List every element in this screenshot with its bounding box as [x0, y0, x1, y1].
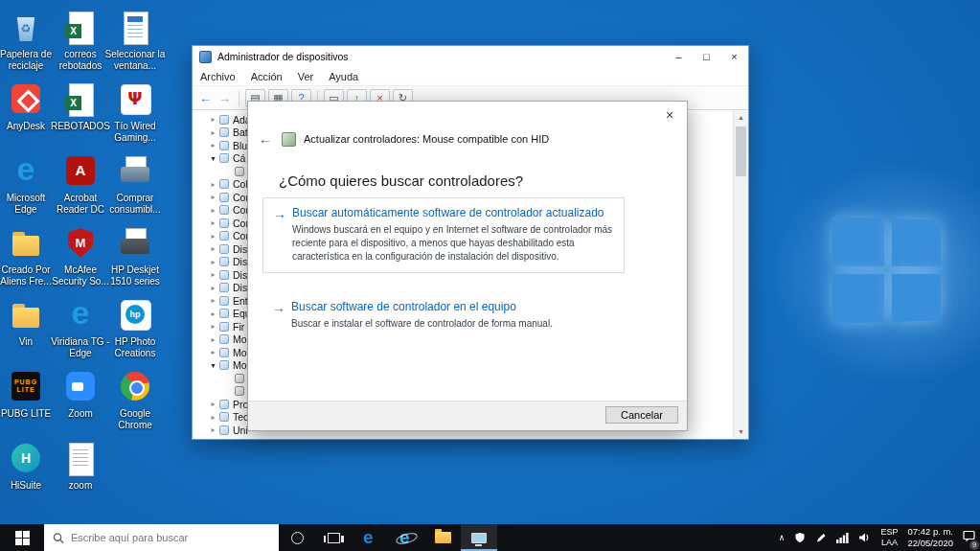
scroll-down-arrow-icon[interactable]: ▼	[734, 425, 748, 439]
update-driver-dialog: × ← Actualizar controladores: Mouse comp…	[247, 101, 688, 431]
desktop-icon-google-chrome[interactable]: Google Chrome	[104, 369, 166, 430]
dialog-heading: ¿Cómo quieres buscar controladores?	[279, 172, 523, 189]
expander-icon[interactable]: ▸	[208, 413, 218, 422]
expander-icon[interactable]: ▸	[208, 115, 218, 124]
date: 22/05/2020	[907, 538, 953, 549]
language-indicator[interactable]: ESP LAA	[876, 524, 902, 551]
windows-start-icon	[15, 531, 30, 545]
expander-icon[interactable]: ▸	[208, 232, 218, 241]
expander-icon[interactable]: ▸	[208, 141, 218, 149]
expander-icon[interactable]: ▸	[208, 193, 218, 201]
expander-icon[interactable]: ▸	[208, 218, 218, 227]
desktop-icon-hp-deskjet-1510-series[interactable]: HP Deskjet 1510 series	[104, 225, 166, 287]
desktop-icon-hisuite[interactable]: HiSuite	[0, 441, 57, 492]
desktop-icon-rebotados[interactable]: REBOTADOS	[50, 81, 111, 132]
desktop-icon-creado-por-aliens-fre[interactable]: Creado Por Aliens Fre...	[0, 225, 57, 287]
expander-icon[interactable]: ▸	[208, 128, 218, 137]
expander-icon[interactable]: ▸	[208, 270, 218, 279]
desktop-icon-papelera-de-reciclaje[interactable]: Papelera de reciclaje	[0, 10, 57, 71]
start-button[interactable]	[0, 524, 44, 551]
forward-button[interactable]: →	[217, 89, 233, 107]
cancel-button[interactable]: Cancelar	[605, 406, 678, 424]
tree-item-label: Cá	[233, 152, 245, 164]
expander-icon[interactable]: ▸	[208, 348, 218, 356]
desktop-icon-viridiana-tg-edge[interactable]: Viridiana TG - Edge	[50, 297, 111, 358]
desktop-icon-label: Tío Wired Gaming...	[104, 121, 166, 143]
menu-acci-n[interactable]: Acción	[243, 67, 290, 85]
desktop-icon-anydesk[interactable]: AnyDesk	[0, 81, 57, 132]
expander-icon[interactable]: ▾	[208, 154, 218, 163]
expander-icon[interactable]: ▸	[208, 284, 218, 292]
expander-icon[interactable]: ▸	[208, 425, 218, 434]
window-titlebar[interactable]: Administrador de dispositivos – □ ×	[193, 46, 748, 67]
mcafee-tray-icon[interactable]	[789, 524, 810, 551]
taskbar-search[interactable]	[44, 524, 279, 551]
scroll-up-arrow-icon[interactable]: ▲	[734, 110, 748, 125]
back-button[interactable]: ←	[197, 89, 214, 107]
system-tray: ∧ ESP	[774, 524, 980, 551]
driver-search-option-2[interactable]: →Buscar software de controlador en el eq…	[262, 292, 625, 340]
file-explorer-taskbar-button[interactable]	[424, 524, 461, 551]
desktop-icon-comprar-consumibl[interactable]: Comprar consumibl...	[104, 153, 166, 215]
chrome-icon	[116, 369, 154, 405]
desktop-icon-acrobat-reader-dc[interactable]: Acrobat Reader DC	[50, 153, 111, 215]
clock[interactable]: 07:42 p. m. 22/05/2020	[902, 524, 958, 551]
network-tray-icon[interactable]	[832, 524, 854, 551]
desktop-icon-vin[interactable]: Vin	[0, 297, 57, 348]
text-document-icon	[61, 441, 100, 477]
file-explorer-icon	[435, 532, 451, 543]
tree-item-label: Bat	[233, 126, 248, 138]
tree-item-label: Dis	[233, 256, 247, 267]
scrollbar-thumb[interactable]	[736, 126, 746, 176]
cortana-icon	[291, 532, 304, 544]
edge-taskbar-button[interactable]	[352, 524, 388, 551]
option-title: Buscar software de controlador en el equ…	[291, 300, 615, 313]
hidden-icons-button[interactable]: ∧	[774, 524, 790, 551]
menu-ayuda[interactable]: Ayuda	[321, 67, 366, 85]
action-center-button[interactable]: 9	[958, 524, 980, 551]
expander-icon[interactable]: ▸	[208, 180, 218, 189]
vertical-scrollbar[interactable]: ▲ ▼	[733, 110, 748, 439]
expander-icon[interactable]: ▸	[208, 244, 218, 253]
desktop-icon-zoom[interactable]: Zoom	[50, 369, 111, 420]
device-category-icon	[219, 218, 229, 228]
pubg-lite-icon	[7, 369, 45, 405]
desktop-icon-correos-rebotados[interactable]: correos rebotados	[50, 10, 111, 71]
task-view-taskbar-button[interactable]	[315, 524, 352, 551]
speaker-icon	[858, 532, 871, 543]
expander-icon[interactable]: ▸	[208, 258, 218, 266]
expander-icon[interactable]: ▸	[208, 206, 218, 215]
menu-archivo[interactable]: Archivo	[193, 67, 243, 85]
desktop-icon-label: Acrobat Reader DC	[50, 193, 111, 215]
desktop-icon-t-o-wired-gaming[interactable]: Tío Wired Gaming...	[104, 81, 166, 143]
desktop-icon-microsoft-edge[interactable]: Microsoft Edge	[0, 153, 57, 215]
close-button[interactable]: ×	[720, 46, 748, 67]
desktop-icon-seleccionar-la-ventana[interactable]: Seleccionar la ventana...	[104, 10, 166, 71]
volume-tray-icon[interactable]	[854, 524, 876, 551]
cortana-taskbar-button[interactable]	[279, 524, 315, 551]
expander-icon[interactable]: ▸	[208, 400, 218, 408]
dialog-close-button[interactable]: ×	[658, 106, 681, 124]
windows-ink-tray-icon[interactable]	[810, 524, 832, 551]
expander-icon[interactable]: ▸	[208, 296, 218, 305]
tree-item-label: Col	[233, 178, 248, 190]
desktop-icon-hp-photo-creations[interactable]: HP Photo Creations	[104, 297, 166, 358]
expander-icon[interactable]: ▸	[208, 322, 218, 331]
menu-ver[interactable]: Ver	[290, 67, 322, 85]
expander-icon[interactable]: ▸	[208, 335, 218, 344]
expander-icon[interactable]: ▾	[208, 361, 218, 370]
minimize-button[interactable]: –	[665, 46, 693, 67]
driver-search-option-1[interactable]: →Buscar automáticamente software de cont…	[262, 197, 625, 273]
device-manager-taskbar-button[interactable]	[461, 524, 497, 551]
desktop-icon-pubg-lite[interactable]: PUBG LITE	[0, 369, 57, 420]
driver-search-options: →Buscar automáticamente software de cont…	[262, 197, 625, 340]
maximize-button[interactable]: □	[693, 46, 720, 67]
expander-icon[interactable]: ▸	[208, 310, 218, 318]
desktop-icon-mcafee-security-so[interactable]: McAfee Security So...	[50, 225, 111, 287]
internet-explorer-taskbar-button[interactable]	[388, 524, 424, 551]
excel-file-icon	[61, 10, 100, 46]
search-input[interactable]	[71, 532, 270, 543]
zoom-app-icon	[61, 369, 100, 405]
desktop-icon-zoom[interactable]: zoom	[50, 441, 111, 492]
back-arrow-icon[interactable]: ←	[259, 131, 274, 147]
